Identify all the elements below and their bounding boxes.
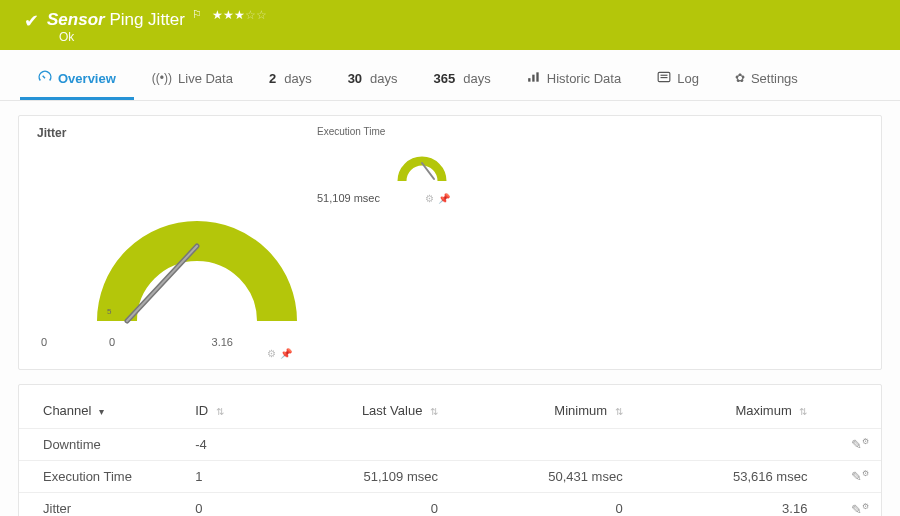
row-settings-icon[interactable]: ✎⚙ <box>851 502 869 516</box>
tab-label: days <box>284 71 311 86</box>
axis-zero-outer: 0 <box>41 336 47 348</box>
axis-scale-min: 0 <box>109 336 115 348</box>
sort-icon: ⇅ <box>216 406 224 417</box>
gauge-title: Jitter <box>37 126 297 140</box>
cell-minimum <box>450 428 635 460</box>
sensor-status: Ok <box>59 30 267 44</box>
gauge-execution-time: Execution Time 51,109 msec ⚙ 📌 <box>317 126 450 204</box>
channel-table: Channel ▾ ID ⇅ Last Value ⇅ Minimum ⇅ Ma… <box>19 393 881 516</box>
table-row: Downtime-4✎⚙ <box>19 428 881 460</box>
tab-label: Overview <box>58 71 116 86</box>
gauge-settings-icon[interactable]: ⚙ <box>425 193 434 204</box>
table-row: Execution Time151,109 msec50,431 msec53,… <box>19 460 881 492</box>
cell-maximum: 3.16 <box>635 493 820 516</box>
cell-minimum: 0 <box>450 493 635 516</box>
gauge-pin-icon[interactable]: 📌 <box>438 193 450 204</box>
star-icon: ★ <box>212 8 223 22</box>
svg-text:5: 5 <box>107 307 112 316</box>
sort-icon: ⇅ <box>430 406 438 417</box>
chart-icon <box>527 71 541 86</box>
cell-channel: Execution Time <box>19 460 183 492</box>
tab-label: days <box>370 71 397 86</box>
sort-icon: ⇅ <box>799 406 807 417</box>
gauge-panel: Jitter 5 0 0 3.16 ⚙ 📌 <box>18 115 882 370</box>
row-settings-icon[interactable]: ✎⚙ <box>851 437 869 452</box>
cell-minimum: 50,431 msec <box>450 460 635 492</box>
col-header-last-value[interactable]: Last Value ⇅ <box>265 393 450 429</box>
gauge-title: Execution Time <box>317 126 450 137</box>
gauge-icon <box>38 70 52 87</box>
cell-last-value: 51,109 msec <box>265 460 450 492</box>
gauge-jitter: Jitter 5 0 0 3.16 ⚙ 📌 <box>37 126 297 359</box>
star-icon: ★ <box>223 8 234 22</box>
col-header-actions <box>819 393 881 429</box>
col-header-maximum[interactable]: Maximum ⇅ <box>635 393 820 429</box>
tab-settings[interactable]: ✿ Settings <box>717 62 816 100</box>
col-header-channel[interactable]: Channel ▾ <box>19 393 183 429</box>
cell-last-value <box>265 428 450 460</box>
tab-30days[interactable]: 30 days <box>330 62 416 100</box>
tab-365days[interactable]: 365 days <box>416 62 509 100</box>
col-header-minimum[interactable]: Minimum ⇅ <box>450 393 635 429</box>
svg-line-0 <box>43 75 45 77</box>
svg-rect-2 <box>532 74 534 81</box>
tab-label: days <box>463 71 490 86</box>
tab-bar: Overview ((•)) Live Data 2 days 30 days … <box>0 50 900 101</box>
svg-rect-3 <box>536 72 538 81</box>
row-settings-icon[interactable]: ✎⚙ <box>851 469 869 484</box>
gauge-settings-icon[interactable]: ⚙ <box>267 348 276 359</box>
signal-icon: ((•)) <box>152 71 172 85</box>
tab-live-data[interactable]: ((•)) Live Data <box>134 62 251 100</box>
tab-overview[interactable]: Overview <box>20 62 134 100</box>
sort-icon: ⇅ <box>615 406 623 417</box>
tab-label: Live Data <box>178 71 233 86</box>
cell-maximum <box>635 428 820 460</box>
channel-table-panel: Channel ▾ ID ⇅ Last Value ⇅ Minimum ⇅ Ma… <box>18 384 882 516</box>
cell-id: 1 <box>183 460 265 492</box>
priority-stars[interactable]: ★★★☆☆ <box>212 8 267 22</box>
axis-scale-max: 3.16 <box>212 336 233 348</box>
cell-maximum: 53,616 msec <box>635 460 820 492</box>
gear-icon: ✿ <box>735 71 745 85</box>
star-icon: ☆ <box>245 8 256 22</box>
star-icon: ★ <box>234 8 245 22</box>
check-icon: ✔ <box>24 10 39 32</box>
tab-label: Settings <box>751 71 798 86</box>
cell-channel: Downtime <box>19 428 183 460</box>
jitter-gauge-chart[interactable]: 5 0 0 3.16 <box>37 146 297 346</box>
tab-number: 365 <box>434 71 456 86</box>
tab-number: 30 <box>348 71 362 86</box>
sensor-header: ✔ Sensor Ping Jitter ⚐ ★★★☆☆ Ok <box>0 0 900 50</box>
sensor-label: Sensor <box>47 10 105 29</box>
cell-id: 0 <box>183 493 265 516</box>
flag-icon[interactable]: ⚐ <box>192 8 202 20</box>
tab-2days[interactable]: 2 days <box>251 62 330 100</box>
cell-last-value: 0 <box>265 493 450 516</box>
col-header-id[interactable]: ID ⇅ <box>183 393 265 429</box>
gauge-pin-icon[interactable]: 📌 <box>280 348 292 359</box>
cell-channel: Jitter <box>19 493 183 516</box>
cell-id: -4 <box>183 428 265 460</box>
tab-label: Historic Data <box>547 71 621 86</box>
exec-gauge-chart[interactable] <box>390 143 450 191</box>
tab-log[interactable]: Log <box>639 62 717 100</box>
tab-label: Log <box>677 71 699 86</box>
star-icon: ☆ <box>256 8 267 22</box>
sensor-name: Ping Jitter <box>109 10 185 29</box>
gauge-value: 51,109 msec <box>317 192 380 204</box>
tab-historic[interactable]: Historic Data <box>509 62 639 100</box>
sort-down-icon: ▾ <box>99 406 104 417</box>
tab-number: 2 <box>269 71 276 86</box>
log-icon <box>657 71 671 86</box>
svg-rect-1 <box>528 78 530 82</box>
sensor-title: Sensor Ping Jitter ⚐ ★★★☆☆ <box>47 8 267 30</box>
table-row: Jitter0003.16✎⚙ <box>19 493 881 516</box>
